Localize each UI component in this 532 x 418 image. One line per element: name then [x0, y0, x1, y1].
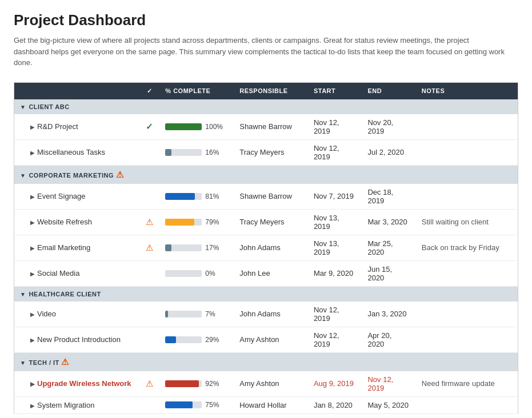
notes-cell — [416, 396, 518, 413]
progress-bar-inner — [165, 380, 199, 387]
responsible-cell: John Lee — [234, 260, 308, 286]
progress-cell: 29% — [159, 327, 234, 352]
group-label: ▼CORPORATE MARKETING ⚠ — [14, 165, 518, 184]
progress-cell: 81% — [159, 184, 234, 210]
responsible-cell: Amy Ashton — [234, 327, 308, 352]
group-arrow-icon: ▼ — [20, 360, 26, 366]
table-row: ▶New Product Introduction 29% Amy Ashton… — [14, 327, 518, 352]
warn-icon: ⚠ — [61, 357, 69, 367]
notes-cell — [416, 260, 518, 286]
pct-label: 0% — [205, 270, 221, 278]
project-name-cell[interactable]: ▶R&D Project — [14, 114, 139, 140]
notes-cell: Still waiting on client — [416, 209, 518, 235]
check-cell — [139, 327, 159, 352]
row-arrow-icon: ▶ — [30, 311, 35, 317]
group-label: ▼TECH / IT ⚠ — [14, 352, 518, 371]
pct-label: 29% — [205, 336, 221, 344]
end-cell: Dec 18, 2019 — [362, 184, 415, 210]
project-name-cell[interactable]: ▶Upgrade Wireless Network — [14, 371, 139, 397]
progress-bar-outer — [165, 123, 202, 130]
row-arrow-icon: ▶ — [30, 194, 35, 200]
responsible-cell: John Adams — [234, 302, 308, 327]
pct-label: 81% — [205, 192, 221, 200]
pct-label: 17% — [205, 244, 221, 252]
start-cell: Mar 9, 2020 — [308, 260, 362, 286]
progress-cell: 17% — [159, 235, 234, 260]
table-row: ▶Website Refresh ⚠ 79% Tracy Meyers Nov … — [14, 209, 518, 235]
warn-icon: ⚠ — [146, 217, 153, 227]
start-cell: Nov 7, 2019 — [308, 184, 362, 210]
header-responsible: RESPONSIBLE — [234, 82, 308, 99]
project-name-cell[interactable]: ▶Event Signage — [14, 184, 139, 210]
check-cell: ✓ — [139, 114, 159, 140]
project-name-cell[interactable]: ▶System Migration — [14, 396, 139, 413]
group-row[interactable]: ▼HEALTHCARE CLIENT — [14, 286, 518, 302]
progress-bar-outer — [165, 193, 202, 200]
progress-cell: 75% — [159, 396, 234, 413]
progress-cell: 92% — [159, 371, 234, 397]
group-arrow-icon: ▼ — [20, 172, 26, 179]
table-row: ▶Upgrade Wireless Network ⚠ 92% Amy Asht… — [14, 371, 518, 397]
group-row[interactable]: ▼CLIENT ABC — [14, 99, 518, 114]
header-name — [14, 82, 139, 99]
progress-bar-outer — [165, 311, 202, 317]
start-cell: Nov 13, 2019 — [308, 235, 362, 260]
project-name-cell[interactable]: ▶Website Refresh — [14, 209, 139, 235]
pct-label: 75% — [205, 401, 221, 409]
end-cell: Mar 3, 2020 — [362, 209, 415, 235]
row-arrow-icon: ▶ — [30, 381, 35, 387]
page-description: Get the big-picture view of where all pr… — [14, 35, 505, 69]
group-label: ▼CLIENT ABC — [14, 99, 518, 114]
responsible-cell: Amy Ashton — [234, 371, 308, 397]
check-cell — [139, 396, 159, 413]
project-name-cell[interactable]: ▶Social Media — [14, 260, 139, 286]
header-complete: % COMPLETE — [159, 82, 234, 99]
table-row: ▶Event Signage 81% Shawne Barrow Nov 7, … — [14, 184, 518, 210]
group-label: ▼HEALTHCARE CLIENT — [14, 286, 518, 302]
notes-cell: Need firmware update — [416, 371, 518, 397]
pct-label: 7% — [205, 310, 221, 318]
progress-bar-outer — [165, 380, 202, 387]
warn-icon: ⚠ — [116, 170, 124, 179]
pct-label: 79% — [205, 218, 221, 226]
progress-bar-inner — [165, 219, 194, 226]
pct-label: 100% — [205, 123, 223, 131]
responsible-cell: Shawne Barrow — [234, 114, 308, 140]
progress-cell: 100% — [159, 114, 234, 140]
notes-cell — [416, 302, 518, 327]
warn-icon: ⚠ — [146, 243, 153, 252]
responsible-cell: John Adams — [234, 235, 308, 260]
row-arrow-icon: ▶ — [30, 245, 35, 251]
end-cell: Jan 3, 2020 — [362, 302, 415, 327]
row-arrow-icon: ▶ — [30, 337, 35, 343]
start-cell: Nov 12, 2019 — [308, 302, 362, 327]
group-row[interactable]: ▼TECH / IT ⚠ — [14, 352, 518, 371]
progress-bar-outer — [165, 270, 202, 277]
progress-cell: 0% — [159, 260, 234, 286]
end-cell: Jul 2, 2020 — [362, 139, 415, 165]
project-name-cell[interactable]: ▶Miscellaneous Tasks — [14, 139, 139, 165]
header-check: ✓ — [139, 82, 159, 99]
warn-icon: ⚠ — [146, 379, 153, 388]
end-cell: Apr 20, 2020 — [362, 327, 415, 352]
responsible-cell: Shawne Barrow — [234, 184, 308, 210]
project-name-cell[interactable]: ▶Video — [14, 302, 139, 327]
progress-bar-inner — [165, 244, 171, 251]
pct-label: 92% — [205, 380, 221, 388]
group-row[interactable]: ▼CORPORATE MARKETING ⚠ — [14, 165, 518, 184]
project-name-cell[interactable]: ▶Email Marketing — [14, 235, 139, 260]
row-arrow-icon: ▶ — [30, 150, 35, 156]
table-row: ▶R&D Project ✓ 100% Shawne Barrow Nov 12… — [14, 114, 518, 140]
row-arrow-icon: ▶ — [30, 124, 35, 130]
progress-bar-inner — [165, 149, 171, 156]
progress-bar-outer — [165, 336, 202, 343]
row-arrow-icon: ▶ — [30, 403, 35, 409]
project-name-cell[interactable]: ▶New Product Introduction — [14, 327, 139, 352]
progress-cell: 7% — [159, 302, 234, 327]
check-cell: ⚠ — [139, 235, 159, 260]
row-arrow-icon: ▶ — [30, 271, 35, 277]
start-cell: Nov 12, 2019 — [308, 327, 362, 352]
end-cell: Nov 12, 2019 — [362, 371, 415, 397]
header-notes: NOTES — [416, 82, 518, 99]
start-cell: Nov 13, 2019 — [308, 209, 362, 235]
